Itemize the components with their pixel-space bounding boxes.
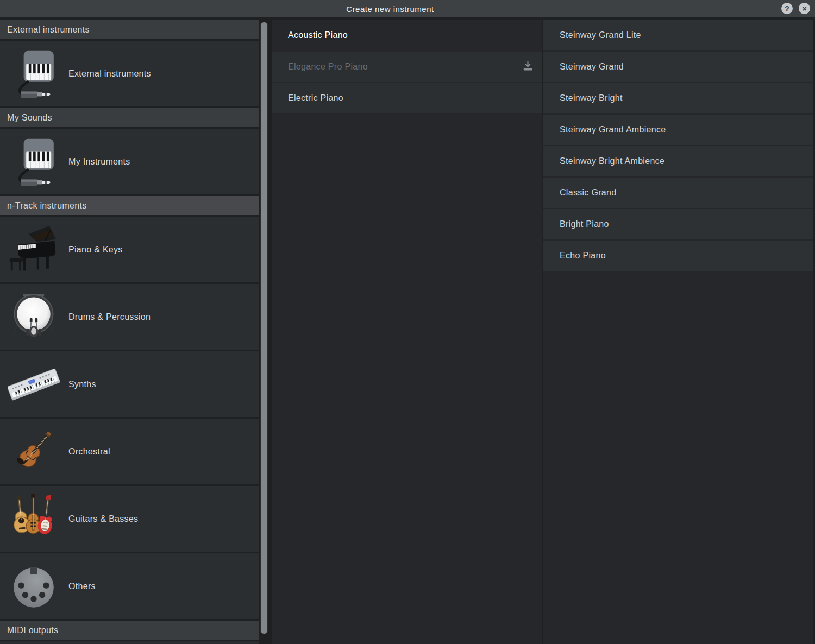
grand-piano-icon [0,223,67,277]
preset-row-steinway-bright-ambience[interactable]: Steinway Bright Ambience [543,146,813,176]
instrument-row-acoustic-piano[interactable]: Acoustic Piano [272,20,542,50]
preset-row-classic-grand[interactable]: Classic Grand [543,178,813,208]
sidebar-header-midi-outputs[interactable]: MIDI outputs [0,621,259,640]
preset-label: Classic Grand [560,188,616,198]
preset-label: Steinway Bright Ambience [560,156,664,166]
sidebar-item-external-instruments[interactable]: External instruments [0,41,259,106]
preset-label: Bright Piano [560,219,609,229]
sidebar-item-my-instruments[interactable]: My Instruments [0,129,259,194]
sidebar-item-label: Piano & Keys [67,245,123,255]
instrument-label: Elegance Pro Piano [288,62,368,72]
preset-label: Steinway Grand [560,62,624,72]
titlebar: Create new instrument ? × [0,0,815,17]
preset-label: Echo Piano [560,251,606,261]
instrument-list: Acoustic Piano Elegance Pro Piano Electr… [272,20,542,644]
close-icon: × [802,5,806,12]
sidebar-item-label: My Instruments [67,157,130,167]
dialog-title: Create new instrument [0,0,780,17]
preset-row-echo-piano[interactable]: Echo Piano [543,241,813,271]
sidebar-header-external-instruments[interactable]: External instruments [0,20,259,39]
instrument-label: Acoustic Piano [288,30,348,40]
midi-keyboard-jack-icon [0,47,67,100]
sidebar-item-label: External instruments [67,69,151,79]
instrument-row-elegance-pro-piano[interactable]: Elegance Pro Piano [272,52,542,82]
close-button[interactable]: × [799,3,810,14]
violin-icon [0,425,67,479]
sidebar-item-piano-keys[interactable]: Piano & Keys [0,217,259,282]
sidebar-header-label: n-Track instruments [7,201,86,211]
preset-row-steinway-grand-ambience[interactable]: Steinway Grand Ambience [543,115,813,145]
sidebar-item-guitars-basses[interactable]: Guitars & Basses [0,486,259,552]
help-button[interactable]: ? [781,3,793,14]
preset-row-steinway-grand[interactable]: Steinway Grand [543,52,813,82]
preset-row-steinway-bright[interactable]: Steinway Bright [543,83,813,113]
sidebar-header-label: My Sounds [7,113,52,123]
midi-keyboard-jack-icon [0,135,67,188]
preset-row-steinway-grand-lite[interactable]: Steinway Grand Lite [543,20,813,50]
help-icon: ? [785,5,789,12]
sidebar-item-others[interactable]: Others [0,553,259,619]
sidebar-item-label: Others [67,582,96,591]
sidebar-header-ntrack-instruments[interactable]: n-Track instruments [0,196,259,215]
midi-din-icon [0,560,67,613]
titlebar-buttons: ? × [781,3,810,14]
sidebar-item-orchestral[interactable]: Orchestral [0,419,259,484]
download-icon [522,60,534,74]
guitars-icon [0,492,67,546]
sidebar-item-drums-percussion[interactable]: Drums & Percussion [0,284,259,350]
sidebar-item-partial[interactable] [0,641,259,644]
sidebar-item-label: Drums & Percussion [67,312,151,322]
sidebar-header-my-sounds[interactable]: My Sounds [0,108,259,127]
sidebar-item-label: Orchestral [67,447,110,457]
preset-label: Steinway Grand Lite [560,30,641,40]
preset-list: Steinway Grand Lite Steinway Grand Stein… [543,20,813,644]
preset-label: Steinway Bright [560,93,623,103]
sidebar-item-label: Guitars & Basses [67,514,138,524]
sidebar-header-label: MIDI outputs [7,626,58,635]
sidebar-item-label: Synths [67,380,96,389]
sidebar-header-label: External instruments [7,25,90,35]
instrument-label: Electric Piano [288,93,343,103]
category-sidebar: External instruments External [0,20,259,644]
sidebar-item-synths[interactable]: Synths [0,351,259,417]
bass-drum-icon [0,290,67,344]
preset-label: Steinway Grand Ambience [560,125,666,135]
synth-keyboard-icon [0,357,67,412]
sidebar-scrollbar-thumb[interactable] [260,22,268,634]
preset-row-bright-piano[interactable]: Bright Piano [543,209,813,239]
instrument-row-electric-piano[interactable]: Electric Piano [272,83,542,113]
